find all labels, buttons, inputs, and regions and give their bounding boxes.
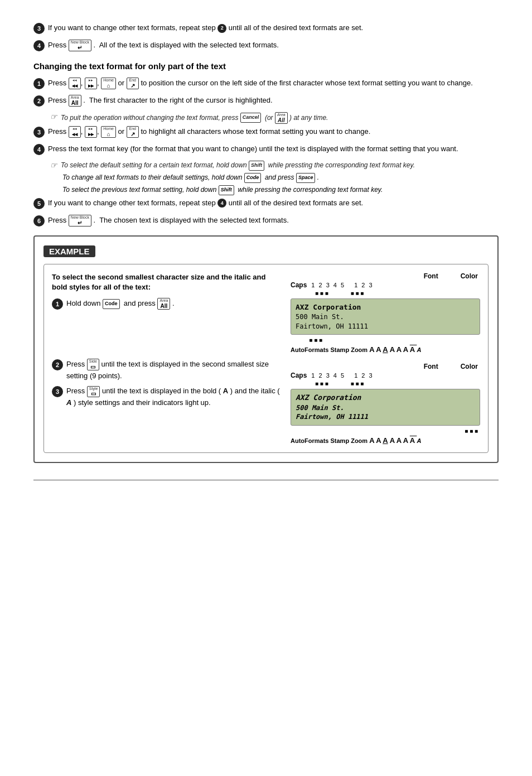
key-side-top: Side	[89, 359, 97, 364]
dots-row-1: ■ ■ ■ ■ ■ ■	[315, 290, 480, 296]
caps-nums-row-1: Caps 1 2 3 4 5 1 2 3	[291, 281, 480, 289]
step-4-circle: 4	[33, 40, 45, 51]
part-step-2-block: 2 Press AreaAll . The first character to…	[33, 95, 499, 107]
key-end2-top: End	[129, 127, 136, 131]
part-step-6-block: 6 Press New Block ↵ . The chosen text is…	[33, 215, 499, 226]
section-heading: Changing the text format for only part o…	[33, 61, 499, 71]
step-4-text: Press New Block ↵ . All of the text is d…	[48, 40, 499, 51]
key-space-main: Space	[298, 175, 313, 181]
part-step-1-text: Press ◂◂◂◂, ▸▸▸▸, Home⌂ or End↗ to posit…	[48, 78, 499, 89]
ex-step-1-circle: 1	[52, 298, 63, 310]
autoformats-row-2: AutoFormats Stamp Zoom A A A A A A A A	[291, 436, 480, 445]
autoformats-row-1: AutoFormats Stamp Zoom A A A A A A A A	[291, 345, 480, 354]
key-end-top: End	[129, 78, 136, 83]
key-home: Home⌂	[101, 78, 116, 89]
example-heading: To select the second smallest character …	[52, 272, 282, 292]
key-style-main: ▭	[91, 391, 96, 397]
font-color-header-1: Font Color	[291, 272, 480, 280]
af-letters-10: A	[383, 436, 388, 445]
key-dd2-top: ◂◂	[72, 127, 77, 131]
key-home-top: Home	[103, 78, 114, 83]
note-1-line: ☞ To puit the operation without changing…	[50, 112, 499, 124]
key-dd-main: ◂◂	[72, 83, 78, 89]
af-letters-2: A	[376, 345, 383, 354]
af-letters-3: A	[383, 345, 388, 354]
key-end: End↗	[127, 78, 139, 89]
lcd-display-1: AXZ Corporation 500 Main St. Fairtown, O…	[291, 298, 480, 335]
part-step-3-circle: 3	[33, 127, 45, 138]
autoformats-label-1: AutoFormats Stamp Zoom	[291, 346, 369, 353]
newblock-key2: New Block ↵	[69, 215, 91, 226]
key-dd: ◂◂◂◂	[69, 78, 81, 89]
part-step-3-text: Press ◂◂◂◂, ▸▸▸▸, Home⌂ or End↗ to highl…	[48, 126, 499, 138]
key-end2: End↗	[127, 126, 139, 138]
part-step-5-text: If you want to change other text formats…	[48, 197, 499, 209]
key-style-top: Style	[89, 387, 98, 391]
key-end2-main: ↗	[130, 131, 135, 137]
lcd1-line1: AXZ Corporation	[296, 302, 475, 312]
ex-step-1: 1 Hold down Code and press AreaAll .	[52, 298, 282, 310]
note-2-text: To select the default setting for a cert…	[61, 161, 415, 171]
part-step-5-block: 5 If you want to change other text forma…	[33, 197, 499, 209]
font-label-1: Font	[424, 272, 438, 280]
dots-row-2b: ■ ■ ■	[291, 428, 480, 434]
step-3-text: If you want to change other text formats…	[48, 22, 499, 33]
step-3-block: 3 If you want to change other text forma…	[33, 22, 499, 34]
key-end-main: ↗	[130, 83, 135, 89]
lcd2-line1: AXZ Corporation	[296, 393, 475, 403]
step-3-circle: 3	[33, 23, 45, 34]
bold-a: A	[223, 387, 228, 395]
key-dd-top: ◂◂	[72, 78, 77, 83]
key-area-top3: Area	[159, 298, 168, 303]
key-pp2-top: ▸▸	[89, 127, 93, 131]
key-shift-main: Shift	[251, 163, 262, 168]
font-nums-2: 1 2 3 4 5	[311, 372, 345, 379]
key-cancel: Cancel	[240, 113, 262, 123]
example-left: To select the second smallest character …	[52, 272, 282, 445]
key-area-main3: All	[160, 303, 167, 309]
key-area-top2: Area	[277, 113, 286, 117]
key-home2-main: ⌂	[107, 131, 110, 137]
part-step-6-text: Press New Block ↵ . The chosen text is d…	[48, 215, 499, 226]
key-cancel-main: Cancel	[243, 115, 259, 121]
key-space: Space	[296, 173, 316, 183]
af-letters-5: A	[396, 345, 403, 354]
af-letters-14: A	[410, 436, 417, 445]
key-area-all3: AreaAll	[157, 298, 170, 310]
key-dd2-main: ◂◂	[72, 131, 78, 137]
lcd2-line2: 500 Main St.	[296, 403, 475, 413]
dots-row-1b: ■ ■ ■	[291, 337, 480, 343]
part-step-5-circle: 5	[33, 198, 45, 209]
font-dots-2: ■ ■ ■	[315, 380, 328, 387]
font-nums-1: 1 2 3 4 5	[311, 282, 345, 288]
note-icon-2: ☞	[50, 161, 57, 170]
newblock-key2-main: ↵	[78, 220, 82, 226]
newblock-key-main: ↵	[78, 45, 82, 51]
part-step-4-block: 4 Press the text format key (for the for…	[33, 143, 499, 155]
spacer-1	[52, 314, 282, 359]
key-code-main: Code	[246, 175, 259, 181]
ref-step2: 2	[217, 24, 226, 33]
caps-nums-row-2: Caps 1 2 3 4 5 1 2 3	[291, 372, 480, 379]
font-dots-1: ■ ■ ■	[315, 290, 328, 296]
af-letters-11: A	[390, 436, 396, 445]
key-shift2-main: Shift	[221, 187, 232, 193]
key-home2: Home⌂	[101, 126, 116, 138]
bottom-divider	[33, 480, 499, 480]
key-pp: ▸▸▸▸	[85, 78, 97, 89]
step-4-block: 4 Press New Block ↵ . All of the text is…	[33, 40, 499, 51]
lcd2-line3: Fairtown, OH 11111	[296, 412, 475, 422]
af-letters-12: A	[396, 436, 403, 445]
key-area-main: All	[71, 100, 79, 106]
font-color-header-2: Font Color	[291, 363, 480, 370]
example-inner: To select the second smallest character …	[43, 264, 489, 454]
key-area-top: Area	[71, 95, 79, 100]
note-1-text: To puit the operation without changing t…	[61, 112, 328, 124]
key-pp2-main: ▸▸	[88, 131, 94, 137]
color-nums-1: 1 2 3	[354, 282, 373, 288]
af-letters-4: A	[390, 345, 396, 354]
key-code2-main: Code	[105, 301, 118, 307]
key-home-main: ⌂	[107, 83, 110, 89]
part-step-1-circle: 1	[33, 78, 45, 89]
key-area-all2: AreaAll	[275, 112, 288, 124]
